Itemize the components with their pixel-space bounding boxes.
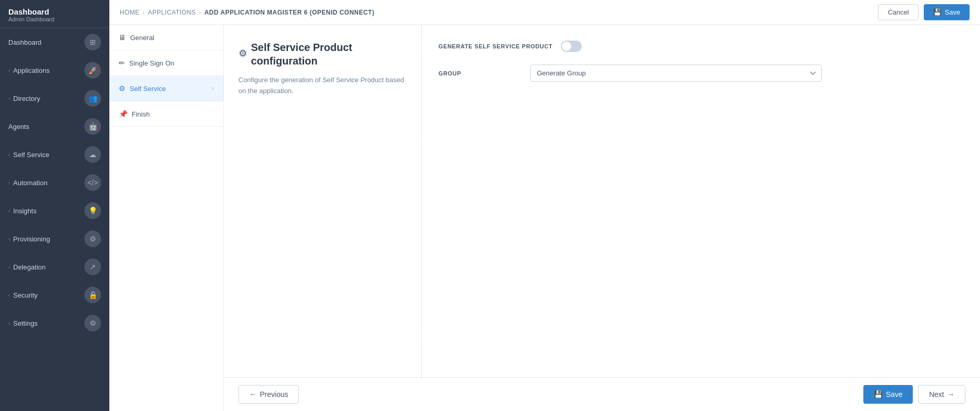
sidebar-nav: Dashboard ⊞ ‹ Applications 🚀 ‹ Directory… — [0, 28, 109, 411]
group-field: GROUP Generate GroupOption 1Option 2 — [438, 65, 963, 82]
chevron-icon: ‹ — [8, 320, 10, 326]
directory-icon: 👥 — [84, 90, 101, 107]
chevron-icon: ‹ — [8, 152, 10, 158]
chevron-icon: ‹ — [8, 96, 10, 101]
settings-icon: ⚙ — [84, 315, 101, 331]
sidebar-item-provisioning[interactable]: ‹ Provisioning ⚙ — [0, 225, 109, 253]
bottom-bar: ← Previous 💾 Save Next → — [224, 377, 980, 411]
breadcrumb-sep-1: › — [143, 9, 145, 16]
provisioning-icon: ⚙ — [84, 230, 101, 247]
sidebar-item-self-service[interactable]: ‹ Self Service ☁ — [0, 140, 109, 169]
wizard-steps: 🖥 General ✏ Single Sign On ⚙ Self Servic… — [109, 25, 224, 411]
step-finish[interactable]: 📌 Finish — [109, 101, 223, 127]
agents-icon: 🤖 — [84, 118, 101, 135]
insights-icon: 💡 — [84, 202, 101, 219]
chevron-icon: ‹ — [8, 208, 10, 214]
group-select[interactable]: Generate GroupOption 1Option 2 — [530, 65, 822, 82]
sidebar-item-agents[interactable]: Agents 🤖 — [0, 112, 109, 140]
step-single-sign-on[interactable]: ✏ Single Sign On — [109, 50, 223, 76]
sidebar-item-delegation[interactable]: ‹ Delegation ↗ — [0, 253, 109, 281]
save-top-button[interactable]: 💾 Save — [924, 4, 970, 20]
chevron-icon: ‹ — [8, 236, 10, 242]
breadcrumb-current: ADD APPLICATION MAGISTER 6 (OPENID CONNE… — [204, 9, 374, 16]
automation-icon: </> — [84, 174, 101, 191]
form-right: GENERATE SELF SERVICE PRODUCT GROUP Gene… — [422, 25, 980, 377]
content-area: 🖥 General ✏ Single Sign On ⚙ Self Servic… — [109, 25, 980, 411]
sidebar-subtitle: Admin Dashboard — [8, 16, 101, 22]
sidebar-item-automation[interactable]: ‹ Automation </> — [0, 169, 109, 197]
breadcrumb-applications[interactable]: APPLICATIONS — [148, 9, 196, 16]
form-left: ⚙ Self Service Product configuration Con… — [224, 25, 422, 377]
step-general[interactable]: 🖥 General — [109, 25, 223, 50]
applications-icon: 🚀 — [84, 62, 101, 79]
flag-icon: 📌 — [119, 110, 128, 118]
sidebar-item-applications[interactable]: ‹ Applications 🚀 — [0, 56, 109, 84]
group-label: GROUP — [438, 70, 522, 76]
sidebar-item-dashboard[interactable]: Dashboard ⊞ — [0, 28, 109, 56]
self-service-icon: ☁ — [84, 146, 101, 163]
sidebar-item-insights[interactable]: ‹ Insights 💡 — [0, 197, 109, 225]
monitor-icon: 🖥 — [119, 33, 126, 42]
generate-product-label: GENERATE SELF SERVICE PRODUCT — [438, 43, 552, 49]
step-self-service[interactable]: ⚙ Self Service › — [109, 76, 223, 101]
gear-step-icon: ⚙ — [119, 84, 125, 93]
gear-title-icon: ⚙ — [238, 48, 247, 60]
sidebar-item-security[interactable]: ‹ Security 🔒 — [0, 281, 109, 309]
save-icon: 💾 — [933, 8, 941, 16]
generate-product-toggle[interactable] — [561, 41, 582, 52]
form-area: ⚙ Self Service Product configuration Con… — [224, 25, 980, 411]
sidebar: Dashboard Admin Dashboard Dashboard ⊞ ‹ … — [0, 0, 109, 411]
breadcrumb-home[interactable]: HOME — [120, 9, 140, 16]
save-bottom-button[interactable]: 💾 Save — [863, 385, 913, 404]
breadcrumb-sep-2: › — [199, 9, 201, 16]
form-content: ⚙ Self Service Product configuration Con… — [224, 25, 980, 377]
form-title: ⚙ Self Service Product configuration — [238, 41, 407, 68]
chevron-right-icon: › — [212, 85, 214, 92]
pencil-icon: ✏ — [119, 59, 125, 67]
sidebar-header: Dashboard Admin Dashboard — [0, 0, 109, 28]
delegation-icon: ↗ — [84, 259, 101, 275]
form-description: Configure the generation of Self Service… — [238, 75, 407, 97]
chevron-icon: ‹ — [8, 180, 10, 186]
sidebar-item-settings[interactable]: ‹ Settings ⚙ — [0, 309, 109, 337]
breadcrumb: HOME › APPLICATIONS › ADD APPLICATION MA… — [120, 9, 374, 16]
sidebar-item-directory[interactable]: ‹ Directory 👥 — [0, 84, 109, 112]
bottom-right-actions: 💾 Save Next → — [863, 385, 965, 404]
chevron-icon: ‹ — [8, 292, 10, 298]
chevron-icon: ‹ — [8, 68, 10, 73]
previous-button[interactable]: ← Previous — [238, 385, 299, 404]
save-bottom-icon: 💾 — [874, 390, 883, 399]
arrow-left-icon: ← — [249, 390, 257, 399]
sidebar-title: Dashboard — [8, 7, 101, 16]
topbar-actions: Cancel 💾 Save — [878, 4, 970, 20]
chevron-icon: ‹ — [8, 264, 10, 270]
dashboard-icon: ⊞ — [84, 34, 101, 50]
topbar: HOME › APPLICATIONS › ADD APPLICATION MA… — [109, 0, 980, 25]
security-icon: 🔒 — [84, 287, 101, 303]
main-area: HOME › APPLICATIONS › ADD APPLICATION MA… — [109, 0, 980, 411]
arrow-right-icon: → — [947, 390, 954, 399]
next-button[interactable]: Next → — [918, 385, 965, 404]
cancel-button[interactable]: Cancel — [878, 4, 919, 20]
generate-product-field: GENERATE SELF SERVICE PRODUCT — [438, 41, 963, 52]
